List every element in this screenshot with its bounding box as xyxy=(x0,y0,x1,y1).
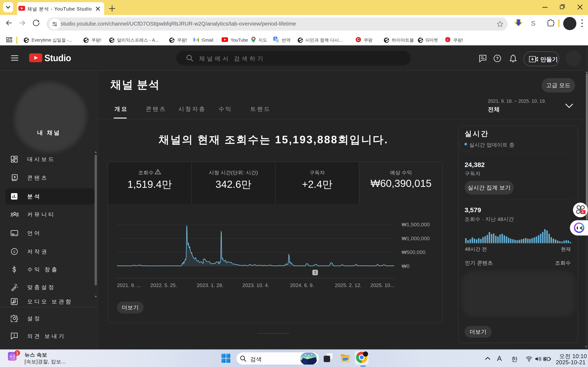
svg-text:文: 文 xyxy=(276,40,279,42)
svg-text:c: c xyxy=(13,249,16,254)
svg-text:C: C xyxy=(357,37,360,42)
svg-text:$: $ xyxy=(12,266,16,273)
svg-text:c: c xyxy=(447,38,448,41)
svg-text:?: ? xyxy=(496,56,499,61)
